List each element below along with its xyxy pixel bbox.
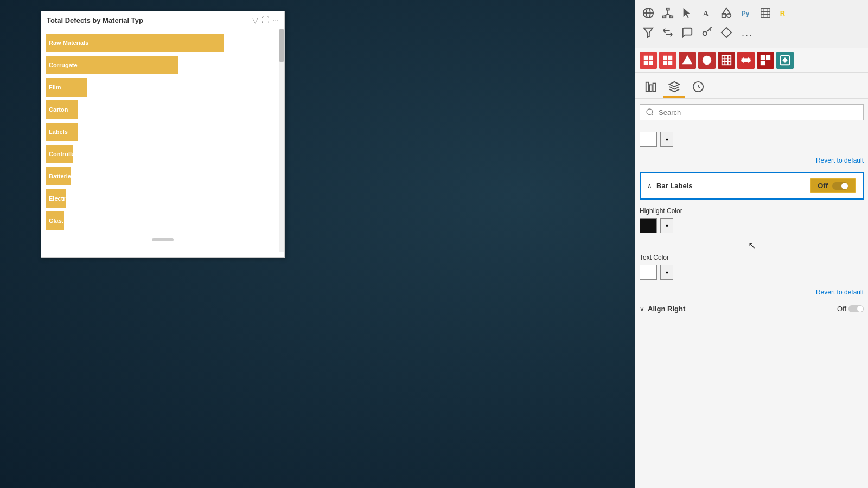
bar-label: Corrugate	[49, 62, 78, 68]
svg-rect-30	[663, 61, 667, 65]
search-input[interactable]	[659, 108, 858, 117]
network-icon[interactable]	[659, 4, 676, 22]
bar-row: Batteries	[46, 167, 273, 187]
search-box	[640, 104, 864, 120]
bar[interactable]: Carton	[46, 100, 78, 119]
table-icon[interactable]	[757, 4, 774, 22]
expand-icon[interactable]: ⛶	[261, 16, 269, 24]
toolbar-section: A Py R	[635, 0, 868, 48]
text-color-swatch[interactable]	[640, 265, 657, 280]
bar-labels-section: ∧ Bar Labels Off	[640, 172, 864, 200]
cursor-area: ↖	[640, 240, 864, 251]
colored-icon-6[interactable]	[737, 52, 755, 69]
svg-rect-27	[644, 61, 648, 65]
align-right-chevron[interactable]: ∨	[640, 305, 644, 313]
filter2-icon[interactable]	[640, 24, 657, 41]
bar[interactable]: Electr…	[46, 189, 66, 208]
svg-text:Py: Py	[742, 10, 750, 17]
svg-marker-33	[682, 55, 692, 65]
svg-rect-48	[649, 85, 652, 91]
colored-icon-1[interactable]	[640, 52, 657, 69]
bar[interactable]: Labels	[46, 123, 78, 141]
more-options-icon[interactable]: ···	[272, 16, 279, 24]
svg-rect-35	[722, 56, 731, 65]
highlight-section: Highlight Color ▾	[635, 203, 868, 240]
bar-row: Controllable	[46, 145, 273, 165]
shapes-icon[interactable]	[718, 4, 735, 22]
bar[interactable]: Controllable	[46, 145, 73, 163]
svg-rect-26	[649, 56, 653, 60]
key-icon[interactable]	[698, 24, 716, 41]
highlight-color-label: Highlight Color	[640, 207, 864, 215]
align-right-section: ∨ Align Right Off	[635, 300, 868, 317]
speech-icon[interactable]	[679, 24, 696, 41]
filter-icon[interactable]: ▽	[252, 16, 258, 24]
cursor-icon[interactable]	[679, 4, 696, 22]
svg-marker-42	[748, 57, 751, 63]
svg-point-53	[647, 109, 653, 115]
bar[interactable]: Film	[46, 78, 87, 97]
text-color-dropdown[interactable]: ▾	[660, 265, 673, 280]
bar[interactable]: Glas…	[46, 211, 64, 230]
bar-label: Electr…	[49, 195, 72, 202]
colored-icon-3[interactable]	[679, 52, 696, 69]
svg-marker-41	[741, 57, 744, 63]
svg-line-23	[710, 30, 711, 31]
colored-icon-7[interactable]	[757, 52, 774, 69]
swatch-dropdown-1[interactable]: ▾	[660, 132, 673, 147]
chart-title-bar: Total Defects by Material Typ ▽ ⛶ ···	[41, 11, 284, 29]
svg-line-52	[698, 87, 700, 88]
colored-icon-4[interactable]	[698, 52, 716, 69]
bar[interactable]: Raw Materials	[46, 34, 224, 52]
colored-icon-5[interactable]	[718, 52, 735, 69]
more-dots[interactable]: ...	[737, 25, 757, 41]
revert-default-1[interactable]: Revert to default	[635, 156, 868, 169]
bar-label: Raw Materials	[49, 40, 88, 46]
python-icon[interactable]: Py	[737, 4, 755, 22]
tab-visualizations[interactable]	[640, 77, 661, 98]
revert-default-2[interactable]: Revert to default	[635, 287, 868, 300]
bar-label: Film	[49, 84, 61, 91]
svg-text:A: A	[703, 9, 709, 18]
bars-container: Raw MaterialsCorrugateFilmCartonLabelsCo…	[46, 34, 280, 232]
highlight-swatch-dropdown[interactable]: ▾	[660, 218, 673, 233]
svg-marker-24	[722, 28, 731, 37]
svg-rect-14	[761, 9, 770, 18]
bar-row: Glas…	[46, 211, 273, 232]
globe-icon[interactable]	[640, 4, 657, 22]
align-right-off-label: Off	[837, 305, 846, 313]
bar-label: Controllable	[49, 151, 84, 157]
highlight-color-swatch[interactable]	[640, 218, 657, 233]
colored-icon-2[interactable]	[659, 52, 676, 69]
tab-format[interactable]	[663, 77, 685, 98]
svg-text:R: R	[780, 9, 785, 17]
svg-rect-47	[646, 82, 649, 91]
bar-labels-chevron[interactable]: ∧	[647, 182, 652, 190]
diamond-icon[interactable]	[718, 24, 735, 41]
text-icon[interactable]: A	[698, 4, 716, 22]
svg-rect-49	[653, 83, 656, 91]
text-color-label: Text Color	[640, 254, 864, 261]
svg-line-54	[652, 114, 653, 115]
chart-panel: Total Defects by Material Typ ▽ ⛶ ··· Ra…	[41, 11, 285, 258]
align-right-toggle[interactable]	[848, 305, 864, 312]
chart-scrollbar[interactable]	[279, 29, 284, 252]
color-swatch-white[interactable]	[640, 132, 657, 147]
scrollbar-bottom	[152, 238, 174, 241]
bar-row: Electr…	[46, 189, 273, 209]
icon-grid	[635, 48, 868, 73]
power-bi-r-icon[interactable]: R	[776, 4, 794, 22]
bar-row: Raw Materials	[46, 34, 273, 54]
scrollbar-thumb[interactable]	[279, 29, 284, 62]
tab-analytics[interactable]	[687, 77, 709, 98]
bar[interactable]: Corrugate	[46, 56, 178, 74]
transform-icon[interactable]	[659, 24, 676, 41]
bar[interactable]: Batteries	[46, 167, 71, 185]
svg-rect-45	[761, 61, 765, 65]
svg-point-34	[703, 56, 712, 65]
svg-marker-20	[644, 28, 653, 37]
toggle-track	[832, 182, 848, 190]
colored-icon-8[interactable]	[776, 52, 794, 69]
svg-rect-4	[663, 16, 666, 18]
bar-labels-toggle[interactable]: Off	[810, 178, 856, 193]
